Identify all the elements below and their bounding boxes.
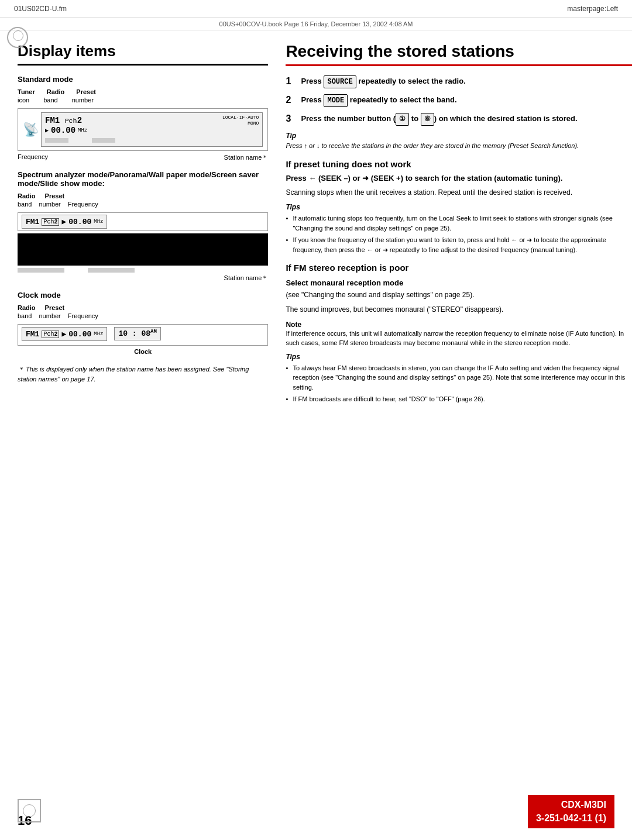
tips-3-list: To always hear FM stereo broadcasts in s… xyxy=(286,363,632,404)
clock-col-labels: Radio Preset xyxy=(18,304,268,311)
frequency-label: Frequency xyxy=(18,153,48,162)
button-6: ⑥ xyxy=(421,113,434,126)
clock-mode-section: Clock mode Radio Preset band number Freq… xyxy=(18,291,268,355)
arrow-icon: ▶ xyxy=(45,127,49,134)
col-preset: Preset xyxy=(76,88,96,95)
spectrum-mode-section: Spectrum analyzer mode/Panorama/Wall pap… xyxy=(18,170,268,283)
tips-3-section: Tips To always hear FM stereo broadcasts… xyxy=(286,353,632,404)
step-2-text: Press MODE repeatedly to select the band… xyxy=(301,94,456,107)
standard-mode-label: Standard mode xyxy=(18,75,268,84)
freq-row: ▶ 00.00MHz xyxy=(45,126,259,135)
tips-3-title: Tips xyxy=(286,353,632,361)
book-reference: 00US+00COV-U.book Page 16 Friday, Decemb… xyxy=(0,18,632,30)
station-name-label: Station name＊ xyxy=(224,153,269,162)
clock-label: Clock xyxy=(18,348,268,355)
indicators: LOCAL·IF·AUTOMONO xyxy=(222,115,259,126)
preset-not-work-section: If preset tuning does not work Press ← (… xyxy=(286,159,632,199)
seek-instruction: Press ← (SEEK –) or ➜ (SEEK +) to search… xyxy=(286,173,632,184)
select-monaural-title: Select monaural reception mode xyxy=(286,278,632,287)
model-number: CDX-M3DI 3-251-042-11 (1) xyxy=(528,795,614,828)
preset-not-work-title: If preset tuning does not work xyxy=(286,159,632,169)
source-button: SOURCE xyxy=(324,75,356,88)
button-1: ① xyxy=(396,113,409,126)
corner-decoration-bl xyxy=(18,799,41,822)
clock-mode-label: Clock mode xyxy=(18,291,268,299)
standard-col-labels2: icon band number xyxy=(18,97,268,104)
clock-mode-diagram: FM1 Pch2 ▶ 00.00MHz 10 : 08AM xyxy=(18,324,268,346)
model-line1: CDX-M3DI xyxy=(536,798,606,811)
steps-list: 1 Press SOURCE repeatedly to select the … xyxy=(286,75,632,126)
select-monaural-body2: The sound improves, but becomes monaural… xyxy=(286,304,632,315)
tip-1-section: Tip Press ↑ or ↓ to receive the stations… xyxy=(286,132,632,151)
note-section: Note If interference occurs, this unit w… xyxy=(286,321,632,348)
step-3-text: Press the number button (① to ⑥) on whic… xyxy=(301,113,577,126)
left-column: Display items Standard mode Tuner Radio … xyxy=(18,42,268,411)
col-band: band xyxy=(43,97,57,104)
header-left: 01US02CD-U.fm xyxy=(14,5,67,13)
select-monaural-body1: (see "Changing the sound and display set… xyxy=(286,290,632,301)
tip-1-title: Tip xyxy=(286,132,632,140)
tip-3-item-1: To always hear FM stereo broadcasts in s… xyxy=(286,363,632,393)
step-1-text: Press SOURCE repeatedly to select the ra… xyxy=(301,75,465,88)
mode-button: MODE xyxy=(324,94,348,107)
col-icon: icon xyxy=(18,97,29,104)
antenna-icon: 📡 xyxy=(23,122,39,137)
mhz-label: MHz xyxy=(78,128,87,133)
tips-2-title: Tips xyxy=(286,203,632,211)
spectrum-mode-diagram: FM1 Pch2 ▶ 00.00MHz xyxy=(18,212,268,231)
tips-2-section: Tips If automatic tuning stops too frequ… xyxy=(286,203,632,254)
page-footer: 16 CDX-M3DI 3-251-042-11 (1) xyxy=(0,795,632,828)
standard-mode-section: Standard mode Tuner Radio Preset icon ba… xyxy=(18,75,268,162)
tip-2-item-2: If you know the frequency of the station… xyxy=(286,235,632,254)
col-tuner: Tuner xyxy=(18,88,35,95)
spectrum-station-name: Station name＊ xyxy=(18,274,268,283)
model-line2: 3-251-042-11 (1) xyxy=(536,812,606,825)
header-right: masterpage:Left xyxy=(567,5,618,13)
standard-mode-diagram: 📡 FM1 Pch2 LOCAL·IF·AUTOMONO ▶ 00.00MHz xyxy=(18,108,268,151)
fm-stereo-title: If FM stereo reception is poor xyxy=(286,263,632,273)
preset-not-work-body: Scanning stops when the unit receives a … xyxy=(286,187,632,198)
step-2-number: 2 xyxy=(286,94,295,106)
tip-1-text: Press ↑ or ↓ to receive the stations in … xyxy=(286,141,632,151)
note-title: Note xyxy=(286,321,632,329)
asterisk-note: ＊ This is displayed only when the statio… xyxy=(18,364,268,384)
display-items-title: Display items xyxy=(18,42,268,66)
step-1: 1 Press SOURCE repeatedly to select the … xyxy=(286,75,632,88)
page-header: 01US02CD-U.fm masterpage:Left xyxy=(0,0,632,18)
fm-stereo-section: If FM stereo reception is poor Select mo… xyxy=(286,263,632,315)
step-3: 3 Press the number button (① to ⑥) on wh… xyxy=(286,113,632,126)
step-3-number: 3 xyxy=(286,113,295,125)
spectrum-col-labels2: band number Frequency xyxy=(18,201,268,208)
receiving-stations-title: Receiving the stored stations xyxy=(286,42,632,66)
col-radio: Radio xyxy=(47,88,65,95)
step-2: 2 Press MODE repeatedly to select the ba… xyxy=(286,94,632,107)
tips-2-list: If automatic tuning stops too frequently… xyxy=(286,214,632,254)
note-text: If interference occurs, this unit will a… xyxy=(286,329,632,348)
spectrum-col-labels: Radio Preset xyxy=(18,192,268,199)
tip-2-item-1: If automatic tuning stops too frequently… xyxy=(286,214,632,233)
col-number: number xyxy=(72,97,94,104)
fm1-label: FM1 Pch2 xyxy=(45,116,82,125)
spectrum-mode-label: Spectrum analyzer mode/Panorama/Wall pap… xyxy=(18,170,268,188)
clock-time: 10 : 08AM xyxy=(114,327,160,340)
step-1-number: 1 xyxy=(286,75,295,88)
clock-col-labels2: band number Frequency xyxy=(18,312,268,319)
spectrum-black-block xyxy=(18,233,268,266)
right-column: Receiving the stored stations 1 Press SO… xyxy=(286,42,632,411)
tip-3-item-2: If FM broadcasts are difficult to hear, … xyxy=(286,394,632,404)
standard-col-labels: Tuner Radio Preset xyxy=(18,88,268,95)
standard-below-labels: Frequency Station name＊ xyxy=(18,153,268,162)
freq-value: 00.00 xyxy=(51,126,75,135)
